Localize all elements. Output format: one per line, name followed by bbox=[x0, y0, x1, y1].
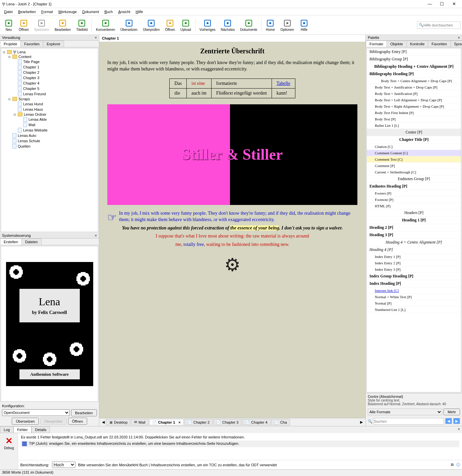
toolbar-hilfe[interactable]: Hilfe bbox=[297, 18, 311, 32]
menu-werkzeuge[interactable]: Werkzeuge bbox=[56, 9, 79, 14]
style-item[interactable]: Body Text First Indent [P] bbox=[367, 110, 461, 116]
toolbar-übersetzen[interactable]: Übersetzen bbox=[118, 18, 140, 32]
style-item[interactable]: Bibliography Heading + Centre Alignment … bbox=[367, 63, 461, 70]
style-item[interactable]: Internet link [C] bbox=[367, 287, 461, 294]
tab-erstellen[interactable]: Erstellen bbox=[0, 239, 22, 245]
toolbar-konvertieren[interactable]: Konvertieren bbox=[93, 18, 118, 32]
tab-explorer[interactable]: Explorer bbox=[43, 41, 64, 47]
tree-item[interactable]: Title Page bbox=[2, 59, 97, 64]
toolbar-öffnen[interactable]: Öffnen bbox=[162, 18, 178, 32]
style-item[interactable]: Footers [P] bbox=[367, 190, 461, 197]
doc-tab-chapter-4[interactable]: 📄Chapter 4 bbox=[242, 419, 270, 425]
tab-projekte[interactable]: Projekte bbox=[0, 41, 21, 47]
minimize-button[interactable]: — bbox=[424, 0, 436, 8]
toolbar-titelbild[interactable]: Titelbild bbox=[73, 18, 90, 32]
style-item[interactable]: Numbered List 1 [L] bbox=[367, 307, 461, 313]
style-item[interactable]: Index Heading [P] bbox=[367, 280, 461, 287]
doc-tab-chapter-3[interactable]: 📄Chapter 3 bbox=[213, 419, 241, 425]
tree-item[interactable]: Lenas Haus bbox=[2, 107, 97, 112]
palette-filter[interactable]: Alle Formate bbox=[368, 409, 442, 415]
menu-bearbeiten[interactable]: Bearbeiten bbox=[15, 9, 39, 14]
tree-item[interactable]: Quellen bbox=[2, 144, 97, 149]
style-item[interactable]: Bibliography Group [P] bbox=[367, 56, 461, 63]
close-button[interactable]: ✕ bbox=[448, 0, 460, 8]
document-body[interactable]: Zentrierte Überschrift In my job, I mix … bbox=[99, 42, 365, 418]
doc-tab-chapter-1[interactable]: 📄Chapter 1× bbox=[149, 419, 184, 425]
close-tab-icon[interactable]: × bbox=[178, 420, 180, 424]
tree-item[interactable]: ⊟Scraps bbox=[2, 97, 97, 101]
style-item[interactable]: Bullet List 1 [L] bbox=[367, 122, 461, 129]
style-item[interactable]: Bibliography Entry [P] bbox=[367, 48, 461, 56]
style-item[interactable]: Body Text + Justification + Drop Caps [P… bbox=[367, 84, 461, 91]
toolbar-optionen[interactable]: Optionen bbox=[278, 18, 297, 32]
style-item[interactable]: Heading 2 [P] bbox=[367, 224, 461, 231]
toolbar-upload[interactable]: Upload bbox=[178, 18, 194, 32]
config-edit-button[interactable]: Bearbeiten bbox=[71, 409, 97, 416]
style-item[interactable]: Centre [P] bbox=[367, 129, 461, 136]
tab-favoriten[interactable]: Favoriten bbox=[20, 41, 43, 47]
toolbar-dokumente[interactable]: Dokumente bbox=[237, 18, 260, 32]
style-item[interactable]: Comment Content [C] bbox=[367, 150, 461, 156]
palette-more-button[interactable]: Mehr bbox=[444, 409, 460, 415]
tree-item[interactable]: Lenas Akte bbox=[2, 117, 97, 122]
doc-tab-cha[interactable]: 📄Cha bbox=[271, 419, 290, 425]
style-item[interactable]: Heading 4 [P] bbox=[367, 246, 461, 254]
menu-ansicht[interactable]: Ansicht bbox=[115, 9, 133, 14]
style-item[interactable]: Body Text + Justification [P] bbox=[367, 91, 461, 97]
help-search-input[interactable] bbox=[423, 23, 457, 27]
tree-item[interactable]: ⊟Content bbox=[2, 54, 97, 59]
tab-sprache[interactable]: Sprache bbox=[450, 41, 462, 47]
style-item[interactable]: Index Group Heading [P] bbox=[367, 273, 461, 280]
style-item[interactable]: Normal [P] bbox=[367, 300, 461, 307]
log-tab-details[interactable]: Details bbox=[32, 426, 50, 433]
tab-kontrolle[interactable]: Kontrolle bbox=[406, 41, 428, 47]
style-item[interactable]: Endnotes Group [P] bbox=[367, 175, 461, 183]
config-öffnen-button[interactable]: Öffnen bbox=[68, 418, 87, 425]
tree-item[interactable]: Mail bbox=[2, 122, 97, 127]
style-item[interactable]: Heading 3 [P] bbox=[367, 231, 461, 239]
tab-objekte[interactable]: Objekte bbox=[387, 41, 407, 47]
style-item[interactable]: Normal + White Text [P] bbox=[367, 294, 461, 300]
style-item[interactable]: Index Entry 2 [P] bbox=[367, 260, 461, 266]
doc-tab-mail[interactable]: ✉Mail bbox=[131, 419, 148, 425]
toolbar-bearbeiten[interactable]: Bearbeiten bbox=[52, 18, 73, 32]
style-item[interactable]: Heading 1 [P] bbox=[367, 217, 461, 224]
doc-tab-chapter-2[interactable]: 📄Chapter 2 bbox=[184, 419, 213, 425]
tree-item[interactable]: Lenas Hund bbox=[2, 101, 97, 107]
toolbar-öffnen[interactable]: Öffnen bbox=[16, 18, 32, 32]
info-icon[interactable]: ⓘ bbox=[456, 462, 460, 467]
tab-dateien[interactable]: Dateien bbox=[21, 239, 42, 245]
help-search[interactable]: 🔍 bbox=[417, 21, 461, 29]
doc-tab-desktop[interactable]: 🖥Desktop bbox=[106, 419, 130, 425]
tree-item[interactable]: Chapter 4 bbox=[2, 81, 97, 86]
style-item[interactable]: Citation [C] bbox=[367, 144, 461, 150]
tree-item[interactable]: Lenas Freund bbox=[2, 91, 97, 97]
close-system-icon[interactable]: × bbox=[95, 233, 97, 237]
debug-button[interactable]: ✕ Debug bbox=[0, 433, 18, 469]
log-tab-fehler[interactable]: Fehler bbox=[13, 426, 31, 433]
toolbar-home[interactable]: Home bbox=[263, 18, 278, 32]
style-item[interactable]: Body Text [P] bbox=[367, 116, 461, 122]
style-item[interactable]: Body Text + Centre Alignment + Drop Caps… bbox=[367, 78, 461, 84]
palette-search[interactable] bbox=[374, 418, 444, 425]
close-log-icon[interactable]: × bbox=[456, 426, 462, 433]
tree-item[interactable]: Lenas Schule bbox=[2, 138, 97, 144]
style-item[interactable]: Comment Text [C] bbox=[367, 156, 461, 163]
style-item[interactable]: Index Entry 3 [P] bbox=[367, 266, 461, 273]
tree-item[interactable]: Lenas Website bbox=[2, 127, 97, 133]
style-item[interactable]: Body Text + Right Alignment + Drop Caps … bbox=[367, 103, 461, 110]
config-select[interactable]: OpenDocument bbox=[2, 409, 70, 416]
style-item[interactable]: Index Entry 1 [P] bbox=[367, 254, 461, 260]
toolbar-neu[interactable]: Neu bbox=[1, 18, 16, 32]
next-style-button[interactable]: ▶ bbox=[453, 418, 460, 424]
tree-item[interactable]: Lenas Auto bbox=[2, 133, 97, 138]
style-item[interactable]: Heading 4 + Centre Alignment [P] bbox=[367, 239, 461, 246]
maximize-button[interactable]: ☐ bbox=[436, 0, 448, 8]
style-item[interactable]: Footnote [P] bbox=[367, 197, 461, 203]
tab-formate[interactable]: Formate bbox=[366, 41, 387, 47]
tree-item[interactable]: Chapter 5 bbox=[2, 86, 97, 91]
close-management-icon[interactable]: × bbox=[95, 36, 97, 40]
log-body[interactable]: Es wurde 1 Fehler festgestellt in Lena_O… bbox=[18, 433, 462, 460]
tree-item[interactable]: Chapter 1 bbox=[2, 64, 97, 70]
style-list[interactable]: Bibliography Entry [P]Bibliography Group… bbox=[366, 48, 461, 392]
